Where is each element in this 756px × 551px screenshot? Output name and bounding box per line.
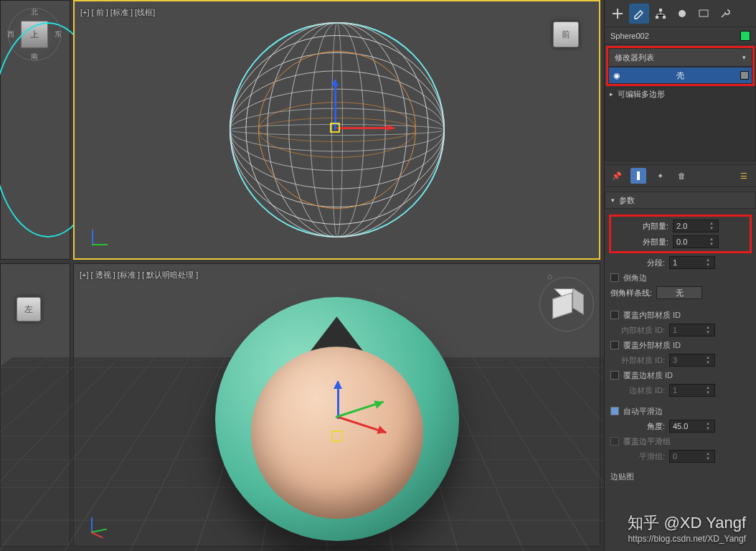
viewcube-3d[interactable] [552, 290, 581, 319]
axis-indicator [82, 222, 110, 251]
tab-create[interactable] [608, 4, 628, 24]
svg-rect-0 [659, 9, 662, 11]
rollout-parameters-header[interactable]: 参数 [605, 192, 756, 209]
inner-amount-label: 内部量: [614, 221, 668, 232]
pin-stack-icon[interactable]: 📌 [609, 168, 625, 184]
segments-value: 1 [673, 258, 677, 267]
modifier-stack-rest[interactable]: ▸ 可编辑多边形 [605, 86, 756, 161]
panel-tabs [605, 0, 756, 27]
configure-sets-icon[interactable]: ☰ [736, 168, 752, 184]
bevel-spline-button[interactable]: 无 [656, 286, 702, 299]
override-outer-mat-checkbox[interactable]: 覆盖外部材质 ID [610, 338, 750, 352]
viewport-perspective[interactable]: [+] [ 透视 ] [标准 ] [ 默认明暗处理 ] ⌂ [73, 263, 600, 547]
inner-mat-id-spinner: 1▲▼ [669, 324, 715, 336]
move-gizmo[interactable] [330, 123, 344, 137]
segments-label: 分段: [610, 258, 665, 268]
amount-highlight: 内部量: 2.0▲▼ 外部量: 0.0▲▼ [609, 215, 752, 253]
wireframe-sphere [230, 22, 445, 237]
command-panel: Sphere002 修改器列表 ◉ 壳 ▸ 可编辑多边形 📌 ✦ 🗑 ☰ 参数 [604, 0, 756, 551]
override-inner-mat-label: 覆盖内部材质 ID [623, 310, 681, 321]
override-edge-mat-label: 覆盖边材质 ID [623, 370, 673, 381]
tab-display[interactable] [694, 4, 714, 24]
viewport-front[interactable]: [+] [ 前 ] [标准 ] [线框] 前 [73, 0, 600, 260]
tab-motion[interactable] [672, 4, 692, 24]
inner-mat-id-label: 内部材质 ID: [610, 325, 665, 336]
stack-item-label: 壳 [676, 70, 684, 81]
stack-tools-row: 📌 ✦ 🗑 ☰ [605, 164, 756, 187]
viewport-top-left[interactable]: 北 南 东 西 上 [0, 0, 70, 260]
viewport-persp-label[interactable]: [+] [ 透视 ] [标准 ] [ 默认明暗处理 ] [80, 270, 198, 281]
outer-mat-id-label: 外部材质 ID: [610, 355, 665, 366]
segments-spinner[interactable]: 1▲▼ [669, 256, 715, 269]
modifier-stack[interactable]: ◉ 壳 [608, 67, 752, 84]
auto-smooth-label: 自动平滑边 [623, 406, 663, 417]
override-inner-mat-checkbox[interactable]: 覆盖内部材质 ID [610, 308, 750, 322]
object-name-row: Sphere002 [605, 27, 756, 44]
tab-hierarchy[interactable] [651, 4, 671, 24]
bevel-spline-label: 倒角样条线: [610, 288, 652, 298]
bevel-edges-label: 倒角边 [623, 273, 647, 283]
outer-amount-value: 0.0 [676, 237, 687, 246]
stack-item-shell[interactable]: ◉ 壳 [609, 67, 752, 83]
viewport-front-label[interactable]: [+] [ 前 ] [标准 ] [线框] [80, 7, 155, 18]
override-edge-sg-label: 覆盖边平滑组 [623, 436, 671, 447]
viewcube-left[interactable]: 左 [16, 297, 41, 321]
inner-amount-spinner[interactable]: 2.0▲▼ [673, 220, 719, 232]
compass-w: 西 [7, 29, 14, 39]
compass-n: 北 [31, 7, 38, 17]
modifier-list-dropdown[interactable]: 修改器列表 [608, 48, 752, 67]
inner-amount-value: 2.0 [676, 222, 687, 230]
outer-amount-spinner[interactable]: 0.0▲▼ [673, 235, 719, 248]
remove-modifier-icon[interactable]: 🗑 [674, 168, 689, 184]
svg-rect-1 [656, 16, 658, 19]
home-icon[interactable]: ⌂ [547, 271, 552, 281]
bevel-edges-checkbox[interactable]: 倒角边 [610, 270, 750, 285]
watermark: 知乎 @XD Yangf https://blog.csdn.net/XD_Ya… [628, 512, 746, 544]
edge-mat-id-label: 边材质 ID: [610, 385, 665, 396]
override-outer-mat-label: 覆盖外部材质 ID [623, 340, 681, 351]
angle-value: 45.0 [673, 422, 688, 430]
viewcube-front[interactable]: 前 [546, 14, 586, 55]
smooth-group-spinner: 0▲▼ [669, 450, 715, 463]
modifier-stack-highlight: 修改器列表 ◉ 壳 [606, 46, 755, 86]
angle-spinner[interactable]: 45.0▲▼ [669, 420, 715, 433]
viewcube-left-face[interactable]: 左 [16, 297, 41, 321]
edge-mat-id-spinner: 1▲▼ [669, 384, 715, 397]
svg-rect-4 [699, 10, 708, 17]
watermark-line1: 知乎 @XD Yangf [628, 512, 746, 534]
tab-utilities[interactable] [715, 4, 735, 24]
stack-item-editpoly[interactable]: ▸ 可编辑多边形 [605, 86, 755, 102]
viewcube-face[interactable]: 前 [553, 22, 579, 47]
object-name[interactable]: Sphere002 [610, 32, 649, 40]
svg-point-3 [679, 10, 686, 17]
outer-mat-id-spinner: 3▲▼ [669, 354, 715, 367]
viewcube-persp[interactable] [547, 284, 587, 324]
shell-object[interactable] [215, 297, 459, 541]
override-edge-sg-checkbox: 覆盖边平滑组 [610, 434, 750, 448]
show-end-result-icon[interactable] [630, 168, 646, 184]
svg-rect-5 [637, 171, 640, 180]
smooth-group-label: 平滑组: [610, 451, 665, 462]
tab-modify[interactable] [629, 4, 649, 24]
expand-icon[interactable]: ▸ [610, 90, 613, 98]
override-edge-mat-checkbox[interactable]: 覆盖边材质 ID [610, 368, 750, 382]
object-color-swatch[interactable] [740, 31, 750, 41]
stack-item-swatch[interactable] [740, 71, 749, 80]
angle-label: 角度: [610, 421, 665, 432]
svg-rect-2 [663, 16, 666, 19]
auto-smooth-checkbox[interactable]: 自动平滑边 [610, 404, 750, 418]
outer-amount-label: 外部量: [614, 237, 668, 248]
edge-map-label: 边贴图 [610, 471, 750, 482]
stack-item-label: 可编辑多边形 [618, 89, 665, 100]
axis-indicator-persp [81, 510, 110, 539]
watermark-line2: https://blog.csdn.net/XD_Yangf [628, 534, 746, 544]
make-unique-icon[interactable]: ✦ [652, 168, 668, 184]
visibility-icon[interactable]: ◉ [613, 71, 620, 80]
rollout-parameters-body: 内部量: 2.0▲▼ 外部量: 0.0▲▼ 分段: 1▲▼ 倒角边 倒角样条线:… [605, 209, 756, 486]
